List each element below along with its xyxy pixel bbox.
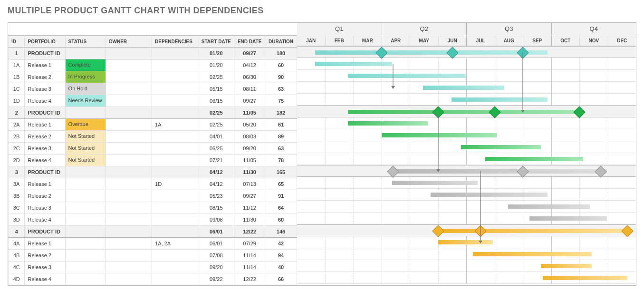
cell-start_date[interactable]: 01/20 [198,59,234,71]
cell-start_date[interactable]: 02/25 [198,119,234,131]
milestone-diamond-icon[interactable] [489,106,500,118]
cell-duration[interactable]: 42 [265,238,297,250]
cell-owner[interactable] [106,107,152,119]
cell-portfolio[interactable]: PRODUCT ID [25,48,65,59]
cell-id[interactable]: 1C [9,83,25,95]
cell-owner[interactable] [106,250,152,262]
cell-dependencies[interactable] [152,273,198,285]
cell-dependencies[interactable] [152,48,198,59]
cell-end_date[interactable]: 04/12 [234,59,265,71]
cell-portfolio[interactable]: Release 2 [25,71,65,83]
cell-start_date[interactable]: 05/15 [198,83,234,95]
cell-portfolio[interactable]: PRODUCT ID [25,107,65,119]
cell-status[interactable] [65,202,106,214]
cell-portfolio[interactable]: Release 3 [25,262,65,273]
gantt-bar[interactable] [392,181,478,185]
milestone-diamond-icon[interactable] [387,165,399,177]
cell-duration[interactable]: 165 [265,166,297,178]
cell-end_date[interactable]: 12/22 [234,226,265,238]
task-row[interactable]: 3BRelease 205/2309/2791 [9,190,297,202]
cell-duration[interactable]: 60 [265,59,297,71]
cell-portfolio[interactable]: PRODUCT ID [25,226,65,238]
cell-start_date[interactable]: 06/01 [198,238,234,250]
cell-status[interactable] [65,214,106,226]
cell-owner[interactable] [106,131,152,143]
cell-end_date[interactable]: 11/05 [234,107,265,119]
task-row[interactable]: 4CRelease 309/2011/1440 [9,262,297,273]
cell-start_date[interactable]: 07/08 [198,250,234,262]
gantt-bar[interactable] [382,133,497,137]
cell-start_date[interactable]: 06/01 [198,226,234,238]
gantt-bar[interactable] [431,193,548,197]
cell-owner[interactable] [106,119,152,131]
cell-dependencies[interactable] [152,166,198,178]
cell-status[interactable] [65,250,106,262]
cell-end_date[interactable]: 11/14 [234,250,265,262]
cell-status[interactable]: Not Started [65,143,106,155]
milestone-diamond-icon[interactable] [432,106,444,118]
cell-start_date[interactable]: 08/15 [198,202,234,214]
cell-end_date[interactable]: 11/30 [234,214,265,226]
cell-id[interactable]: 3C [9,202,25,214]
cell-portfolio[interactable]: Release 4 [25,273,65,285]
cell-portfolio[interactable]: Release 2 [25,131,65,143]
cell-owner[interactable] [106,59,152,71]
gantt-bar[interactable] [473,252,592,256]
cell-dependencies[interactable] [152,262,198,273]
cell-owner[interactable] [106,178,152,190]
gantt-bar[interactable] [529,216,606,221]
cell-portfolio[interactable]: Release 2 [25,250,65,262]
cell-owner[interactable] [106,166,152,178]
cell-dependencies[interactable] [152,143,198,155]
cell-status[interactable]: Overdue [65,119,106,131]
cell-duration[interactable]: 89 [265,131,297,143]
task-row[interactable]: 3ARelease 11D04/1207/1365 [9,178,297,190]
cell-end_date[interactable]: 08/03 [234,131,265,143]
cell-owner[interactable] [106,214,152,226]
cell-duration[interactable]: 40 [265,262,297,273]
cell-end_date[interactable]: 09/27 [234,95,265,107]
cell-id[interactable]: 3B [9,190,25,202]
cell-duration[interactable]: 75 [265,95,297,107]
product-row[interactable]: 3PRODUCT ID04/1211/30165 [9,166,297,178]
cell-start_date[interactable]: 04/12 [198,178,234,190]
cell-status[interactable] [65,178,106,190]
task-row[interactable]: 3DRelease 409/0811/3060 [9,214,297,226]
milestone-diamond-icon[interactable] [376,47,388,58]
cell-dependencies[interactable] [152,59,198,71]
cell-end_date[interactable]: 11/12 [234,202,265,214]
cell-dependencies[interactable] [152,214,198,226]
cell-end_date[interactable]: 09/27 [234,190,265,202]
cell-id[interactable]: 4B [9,250,25,262]
cell-status[interactable]: In Progress [65,71,106,83]
gantt-bar[interactable] [452,97,548,102]
task-row[interactable]: 4BRelease 207/0811/1494 [9,250,297,262]
cell-start_date[interactable]: 09/08 [198,214,234,226]
cell-end_date[interactable]: 08/11 [234,83,265,95]
cell-id[interactable]: 4C [9,262,25,273]
gantt-bar[interactable] [461,145,541,149]
cell-end_date[interactable]: 09/27 [234,48,265,59]
milestone-diamond-icon[interactable] [595,165,606,177]
cell-portfolio[interactable]: Release 3 [25,83,65,95]
cell-status[interactable] [65,226,106,238]
cell-duration[interactable]: 146 [265,226,297,238]
cell-start_date[interactable]: 02/25 [198,71,234,83]
cell-start_date[interactable]: 05/23 [198,190,234,202]
cell-dependencies[interactable] [152,226,198,238]
cell-id[interactable]: 1B [9,71,25,83]
cell-dependencies[interactable]: 1D [152,178,198,190]
cell-duration[interactable]: 91 [265,190,297,202]
task-row[interactable]: 2ARelease 1Overdue1A02/2505/2061 [9,119,297,131]
cell-portfolio[interactable]: Release 4 [25,95,65,107]
task-row[interactable]: 1DRelease 4Needs Review06/1509/2775 [9,95,297,107]
cell-dependencies[interactable]: 1A, 2A [152,238,198,250]
cell-end_date[interactable]: 05/20 [234,119,265,131]
cell-owner[interactable] [106,190,152,202]
cell-status[interactable] [65,238,106,250]
task-row[interactable]: 2BRelease 2Not Started04/0108/0389 [9,131,297,143]
cell-portfolio[interactable]: Release 3 [25,143,65,155]
cell-start_date[interactable]: 06/25 [198,143,234,155]
cell-start_date[interactable]: 01/20 [198,48,234,59]
cell-status[interactable] [65,48,106,59]
